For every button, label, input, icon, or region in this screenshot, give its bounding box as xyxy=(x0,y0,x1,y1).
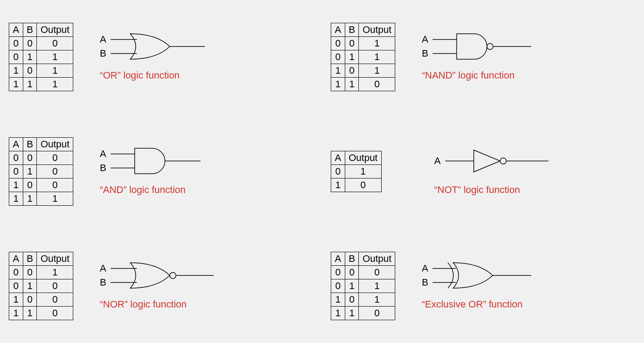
nor-truth-table: A B Output 001 010 100 110 xyxy=(9,252,73,320)
or-truth-table: A B Output 000 011 101 111 xyxy=(9,23,73,91)
and-caption: “AND” logic function xyxy=(100,184,214,196)
input-a-label: A xyxy=(434,155,441,167)
input-a-label: A xyxy=(100,148,106,160)
nor-caption: “NOR” logic function xyxy=(100,299,222,310)
th: A xyxy=(9,23,23,37)
svg-point-11 xyxy=(500,158,506,164)
or-caption: “OR” logic function xyxy=(100,70,214,81)
and-truth-table: A B Output 000 010 100 111 xyxy=(9,137,73,206)
input-b-label: B xyxy=(100,162,106,174)
input-a-label: A xyxy=(422,34,428,45)
input-b-label: B xyxy=(100,277,106,288)
and-cell: A B Output 000 010 100 111 A B “AND” log… xyxy=(0,114,322,229)
nor-gate-icon xyxy=(100,262,222,293)
nor-cell: A B Output 001 010 100 110 A B “NO xyxy=(0,229,322,343)
input-b-label: B xyxy=(422,48,428,59)
nand-truth-table: A B Output 001 011 101 110 xyxy=(331,23,395,91)
th: Output xyxy=(37,23,73,37)
not-gate-icon xyxy=(434,147,557,178)
input-a-label: A xyxy=(422,263,428,274)
not-truth-table: A Output 01 10 xyxy=(331,151,382,192)
svg-point-5 xyxy=(487,43,493,50)
or-cell: A B Output 000 011 101 111 A B “OR” logi… xyxy=(0,0,322,114)
and-gate-icon xyxy=(100,147,214,178)
xor-cell: A B Output 000 011 101 110 A B “Ex xyxy=(322,229,644,343)
nand-gate-icon xyxy=(422,33,544,64)
or-gate-icon xyxy=(100,33,214,64)
nand-caption: “NAND” logic function xyxy=(422,70,544,81)
xor-caption: “Exclusive OR” function xyxy=(422,299,544,310)
th: B xyxy=(23,23,37,37)
input-b-label: B xyxy=(100,48,106,59)
xor-truth-table: A B Output 000 011 101 110 xyxy=(331,252,395,320)
input-b-label: B xyxy=(422,277,428,288)
svg-point-15 xyxy=(170,272,176,279)
nand-cell: A B Output 001 011 101 110 A B “NA xyxy=(322,0,644,114)
input-a-label: A xyxy=(100,34,106,45)
not-caption: “NOT” logic function xyxy=(434,184,557,196)
input-a-label: A xyxy=(100,263,106,274)
xor-gate-icon xyxy=(422,262,544,293)
not-cell: A Output 01 10 A “NOT” logic function xyxy=(322,114,644,229)
